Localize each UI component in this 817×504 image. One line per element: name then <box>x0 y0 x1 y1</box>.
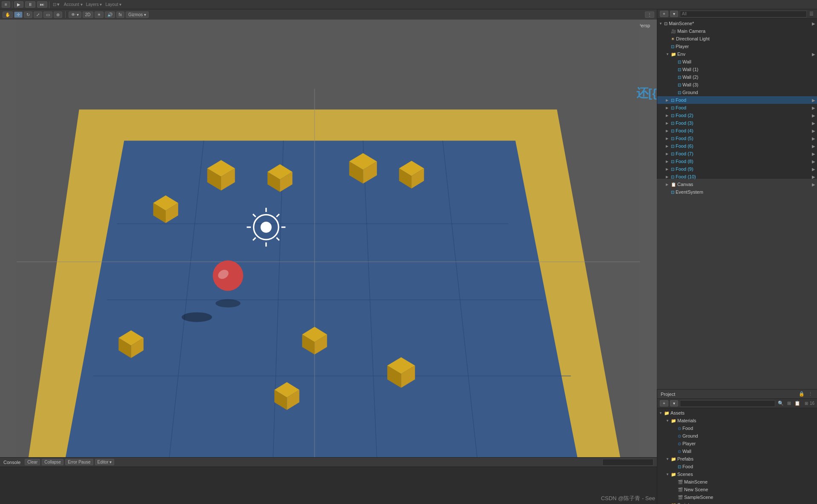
hierarchy-item-expand-btn-food7[interactable]: ▶ <box>812 152 815 156</box>
hierarchy-options-btn[interactable]: ▾ <box>670 11 678 17</box>
hierarchy-item-food2[interactable]: ▶⊡Food (2)▶ <box>657 112 817 119</box>
project-item-materials[interactable]: ▼📁Materials <box>657 417 817 424</box>
hierarchy-item-dirlight[interactable]: ☀Directional Light <box>657 35 817 43</box>
menu-button[interactable]: ≡ <box>2 1 10 8</box>
project-item-scripts[interactable]: ▼📁Scripts <box>657 501 817 504</box>
hierarchy-item-food7[interactable]: ▶⊡Food (7)▶ <box>657 150 817 158</box>
toolbar-layout: Layout ▾ <box>105 2 121 7</box>
hierarchy-item-eventsystem[interactable]: ⊡EventSystem <box>657 188 817 196</box>
gizmos-btn[interactable]: Gizmos ▾ <box>126 11 149 18</box>
hierarchy-item-wall[interactable]: ⊡Wall <box>657 58 817 66</box>
project-item-mat_wall[interactable]: ⊙Wall <box>657 447 817 455</box>
move-tool-btn[interactable]: ✛ <box>14 11 23 18</box>
project-item-sc_new[interactable]: 🎬New Scene <box>657 486 817 493</box>
project-item-assets[interactable]: ▼📁Assets <box>657 409 817 417</box>
hierarchy-item-expand-btn-food10[interactable]: ▶ <box>812 175 815 179</box>
project-item-mat_ground[interactable]: ⊙Ground <box>657 432 817 440</box>
hierarchy-item-food6[interactable]: ▶⊡Food (6)▶ <box>657 142 817 150</box>
hierarchy-item-mainscene[interactable]: ▼⊡MainScene*▶ <box>657 20 817 27</box>
rect-tool-btn[interactable]: ▭ <box>43 11 52 18</box>
hierarchy-item-food10[interactable]: ▶⊡Food (10)▶ <box>657 173 817 180</box>
light-btn[interactable]: ☀ <box>95 11 104 18</box>
scale-tool-btn[interactable]: ⤢ <box>34 11 42 18</box>
project-item-sc_sample[interactable]: 🎬SampleScene <box>657 493 817 501</box>
project-item-mat_player[interactable]: ⊙Player <box>657 440 817 447</box>
project-item-sc_main[interactable]: 🎬MainScene <box>657 478 817 486</box>
2d-btn[interactable]: 2D <box>83 11 93 18</box>
project-search-input[interactable] <box>680 400 775 407</box>
hierarchy-item-expand-btn-food6[interactable]: ▶ <box>812 144 815 149</box>
project-item-icon-mat_player: ⊙ <box>678 441 681 446</box>
hierarchy-item-env[interactable]: ▼📁Env▶ <box>657 50 817 58</box>
hierarchy-item-food3[interactable]: ▶⊡Food (3)▶ <box>657 119 817 127</box>
transform-tool-btn[interactable]: ⊕ <box>54 11 62 18</box>
hierarchy-item-expand-btn-food8[interactable]: ▶ <box>812 159 815 164</box>
console-editor-btn[interactable]: Editor ▾ <box>95 459 115 465</box>
hierarchy-item-expand-btn-food5[interactable]: ▶ <box>812 136 815 141</box>
project-filter1-btn[interactable]: 🔍 <box>777 401 785 406</box>
hierarchy-item-food9[interactable]: ▶⊡Food (9)▶ <box>657 165 817 173</box>
hierarchy-item-expand-btn-food[interactable]: ▶ <box>812 98 815 103</box>
hierarchy-toolbar: + ▾ ☰ <box>657 9 817 19</box>
project-add-btn[interactable]: + <box>660 400 668 407</box>
hierarchy-item-food8[interactable]: ▶⊡Food (8)▶ <box>657 158 817 165</box>
hierarchy-item-food4[interactable]: ▶⊡Food (4)▶ <box>657 127 817 135</box>
hierarchy-item-expand-btn-food3[interactable]: ▶ <box>812 121 815 126</box>
project-item-prefabs[interactable]: ▼📁Prefabs <box>657 455 817 463</box>
hierarchy-item-expand-btn-env[interactable]: ▶ <box>812 52 815 57</box>
hierarchy-item-label-food8: Food (8) <box>676 159 693 164</box>
hierarchy-item-expand-btn-canvas[interactable]: ▶ <box>812 182 815 187</box>
hand-tool-btn[interactable]: ✋ <box>3 11 13 18</box>
step-button[interactable]: ⏭ <box>37 1 47 8</box>
hierarchy-item-wall2[interactable]: ⊡Wall (2) <box>657 73 817 81</box>
hierarchy-item-expand-btn-food1[interactable]: ▶ <box>812 106 815 110</box>
hierarchy-item-icon-food5: ⊡ <box>671 136 674 141</box>
hierarchy-item-food1[interactable]: ▶⊡Food▶ <box>657 104 817 112</box>
project-item-pre_food[interactable]: ⊡Food <box>657 463 817 470</box>
project-options-btn[interactable]: ▾ <box>670 400 678 407</box>
hierarchy-item-arrow-food5: ▶ <box>666 137 671 140</box>
scene-view: ✋ ✛ ↻ ⤢ ▭ ⊕ 👁 ▾ 2D ☀ 🔊 fx Gizmos ▾ ⋮ < P… <box>0 9 657 504</box>
project-item-label-mat_food: Food <box>682 426 693 431</box>
project-item-scenes[interactable]: ▼📁Scenes <box>657 470 817 478</box>
hierarchy-item-expand-btn-food2[interactable]: ▶ <box>812 113 815 118</box>
hierarchy-item-food5[interactable]: ▶⊡Food (5)▶ <box>657 135 817 142</box>
hierarchy-item-label-ground: Ground <box>682 90 698 95</box>
hierarchy-item-label-food5: Food (5) <box>676 136 693 141</box>
hierarchy-search-input[interactable] <box>680 11 807 17</box>
transform-icon: ⊕ <box>56 12 60 17</box>
play-button[interactable]: ▶ <box>14 1 23 8</box>
hierarchy-item-player[interactable]: ⊡Player <box>657 43 817 50</box>
project-lock-btn[interactable]: 🔒 <box>798 391 805 397</box>
hierarchy-item-arrow-food8: ▶ <box>666 160 671 163</box>
scene-canvas[interactable]: < Persp X Y Z <box>0 20 657 504</box>
hierarchy-item-ground[interactable]: ⊡Ground <box>657 89 817 96</box>
audio-btn[interactable]: 🔊 <box>105 11 115 18</box>
hierarchy-item-food[interactable]: ▶⊡Food▶ <box>657 96 817 104</box>
console-search-input[interactable] <box>602 459 653 466</box>
hierarchy-filter-btn[interactable]: ☰ <box>808 11 814 17</box>
console-error-pause-btn[interactable]: Error Pause <box>65 459 93 465</box>
hierarchy-item-canvas[interactable]: ▶📋Canvas▶ <box>657 180 817 188</box>
console-collapse-btn[interactable]: Collapse <box>42 459 63 465</box>
rotate-tool-btn[interactable]: ↻ <box>24 11 32 18</box>
project-filter3-btn[interactable]: 📋 <box>794 401 801 406</box>
project-filter2-btn[interactable]: ⊞ <box>786 401 792 406</box>
pause-button[interactable]: ⏸ <box>25 1 35 8</box>
project-item-label-mat_player: Player <box>682 441 696 446</box>
console-clear-btn[interactable]: Clear <box>25 459 40 465</box>
hierarchy-add-btn[interactable]: + <box>660 11 668 17</box>
hierarchy-item-maincamera[interactable]: 🎥Main Camera <box>657 27 817 35</box>
more-btn[interactable]: ⋮ <box>645 11 654 18</box>
hierarchy-item-arrow-food2: ▶ <box>666 114 671 117</box>
hierarchy-item-expand-btn-mainscene[interactable]: ▶ <box>812 21 815 26</box>
view-mode-btn[interactable]: 👁 ▾ <box>69 11 81 18</box>
project-item-mat_food[interactable]: ⊙Food <box>657 424 817 432</box>
project-item-label-sc_new: New Scene <box>684 487 708 492</box>
hierarchy-item-expand-btn-food4[interactable]: ▶ <box>812 129 815 133</box>
hierarchy-item-expand-btn-food9[interactable]: ▶ <box>812 167 815 172</box>
fx-btn[interactable]: fx <box>116 11 125 18</box>
project-more-btn[interactable]: ⋮ <box>807 391 814 397</box>
hierarchy-item-wall3[interactable]: ⊡Wall (3) <box>657 81 817 89</box>
hierarchy-item-wall1[interactable]: ⊡Wall (1) <box>657 66 817 73</box>
